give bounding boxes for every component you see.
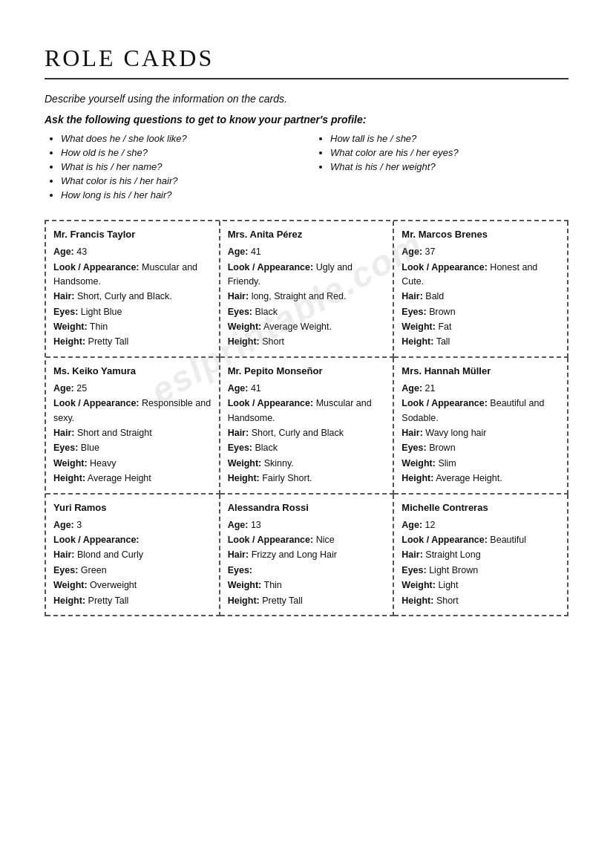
card-field-eyes: Eyes: Blue [53,441,212,455]
field-label: Weight: [401,322,436,332]
field-label: Height: [53,595,85,606]
field-label: Look / Appearance: [53,535,140,545]
card-name: Michelle Contreras [401,500,560,515]
field-label: Weight: [53,322,88,332]
field-label: Height: [401,336,433,347]
field-value: Light Brown [429,565,478,575]
field-label: Hair: [228,291,249,301]
field-value: long, Straight and Red. [252,291,347,301]
role-card: Michelle ContrerasAge: 12Look / Appearan… [394,495,568,616]
field-value: Pretty Tall [262,595,303,606]
field-value: Short [262,336,284,347]
card-field-weight: Weight: Slim [401,457,560,471]
field-value: Average Height. [436,473,502,483]
role-card: Mr. Pepito MonseñorAge: 41Look / Appeara… [220,358,395,495]
card-name: Mrs. Hannah Müller [401,364,560,379]
field-label: Eyes: [228,443,252,453]
field-label: Look / Appearance: [401,262,488,273]
question-item: What does he / she look like? [61,133,299,144]
field-value: Frizzy and Long Hair [252,549,337,560]
instructions-title: Ask the following questions to get to kn… [45,114,568,125]
field-label: Height: [401,595,433,606]
card-name: Mr. Pepito Monseñor [228,364,386,379]
field-value: 37 [425,247,436,257]
field-value: Short, Curly and Black [252,428,344,438]
field-label: Look / Appearance: [228,262,314,273]
card-field-weight: Weight: Overweight [53,578,212,593]
field-label: Look / Appearance: [53,398,140,408]
field-label: Eyes: [53,443,78,453]
questions-right-col: How tall is he / she?What color are his … [314,133,568,203]
role-card: Alessandra RossiAge: 13Look / Appearance… [220,495,395,616]
field-label: Eyes: [401,443,426,453]
field-label: Age: [53,247,74,257]
card-field-age: Age: 12 [401,518,560,532]
card-field-age: Age: 43 [53,245,212,259]
card-field-look: Look / Appearance: Honest and Cute. [401,261,560,290]
card-field-height: Height: Pretty Tall [53,335,212,349]
field-label: Age: [401,247,422,257]
field-label: Height: [401,473,433,483]
role-card: Mrs. Anita PérezAge: 41Look / Appearance… [220,221,395,358]
field-label: Look / Appearance: [228,535,314,545]
card-field-height: Height: Average Height. [401,471,560,486]
card-field-age: Age: 25 [53,382,212,396]
questions-container: What does he / she look like?How old is … [45,133,568,203]
field-label: Age: [401,520,422,530]
field-label: Weight: [53,580,88,590]
field-label: Weight: [401,458,436,469]
cards-grid: Mr. Francis TaylorAge: 43Look / Appearan… [45,220,568,616]
field-label: Height: [53,473,85,483]
question-item: How old is he / she? [61,147,299,158]
card-field-weight: Weight: Fat [401,320,560,334]
field-value: Bald [425,291,444,301]
card-field-height: Height: Average Height [53,471,212,486]
card-field-look: Look / Appearance: Ugly and Friendy. [228,261,386,290]
field-label: Look / Appearance: [401,535,488,545]
card-name: Alessandra Rossi [228,500,386,515]
card-name: Mr. Marcos Brenes [401,227,560,242]
field-value: 41 [251,383,261,394]
field-label: Look / Appearance: [228,398,314,408]
card-field-look: Look / Appearance: [53,533,212,547]
card-field-weight: Weight: Thin [53,320,212,334]
field-value: Short, Curly and Black. [77,291,172,301]
field-label: Hair: [53,428,74,438]
card-name: Ms. Keiko Yamura [53,364,212,379]
field-label: Hair: [401,549,422,560]
card-field-age: Age: 21 [401,382,560,396]
field-label: Hair: [53,291,74,301]
role-card: Yuri RamosAge: 3Look / Appearance: Hair:… [46,495,220,616]
field-label: Age: [53,520,74,530]
field-label: Weight: [228,580,262,590]
question-item: How long is his / her hair? [61,189,299,200]
role-card: Ms. Keiko YamuraAge: 25Look / Appearance… [46,358,220,495]
field-label: Age: [401,383,422,394]
field-label: Eyes: [401,307,426,317]
field-label: Eyes: [53,307,78,317]
question-item: What is his / her weight? [330,161,568,172]
field-value: Wavy long hair [425,428,486,438]
card-field-hair: Hair: Frizzy and Long Hair [228,548,386,562]
card-field-height: Height: Pretty Tall [53,594,212,608]
field-value: Short and Straight [77,428,152,438]
card-field-hair: Hair: long, Straight and Red. [228,290,386,304]
question-item: What color are his / her eyes? [330,147,568,158]
field-label: Height: [228,595,260,606]
field-value: Fairly Short. [262,473,312,483]
card-field-hair: Hair: Short and Straight [53,426,212,440]
field-value: 12 [425,520,436,530]
field-value: Green [81,565,107,575]
field-value: Heavy [90,458,116,469]
card-field-hair: Hair: Wavy long hair [401,426,560,440]
field-label: Age: [228,247,249,257]
field-value: Beautiful [490,535,526,545]
field-value: Thin [264,580,282,590]
card-field-eyes: Eyes: Light Blue [53,305,212,319]
field-value: Straight Long [425,549,480,560]
field-label: Eyes: [228,307,252,317]
field-label: Hair: [401,428,422,438]
field-value: Pretty Tall [88,595,129,606]
field-label: Hair: [228,549,249,560]
card-field-height: Height: Pretty Tall [228,594,386,608]
